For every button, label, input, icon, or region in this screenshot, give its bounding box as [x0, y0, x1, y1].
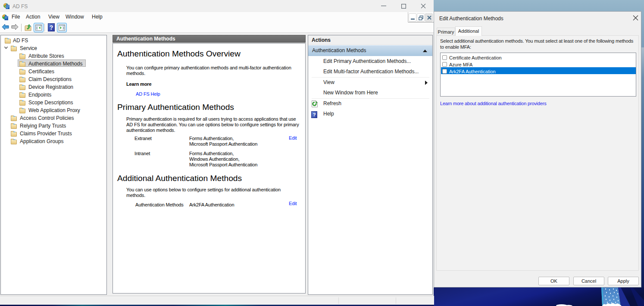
svg-text:?: ?: [313, 112, 316, 117]
svg-text:?: ?: [50, 24, 53, 31]
